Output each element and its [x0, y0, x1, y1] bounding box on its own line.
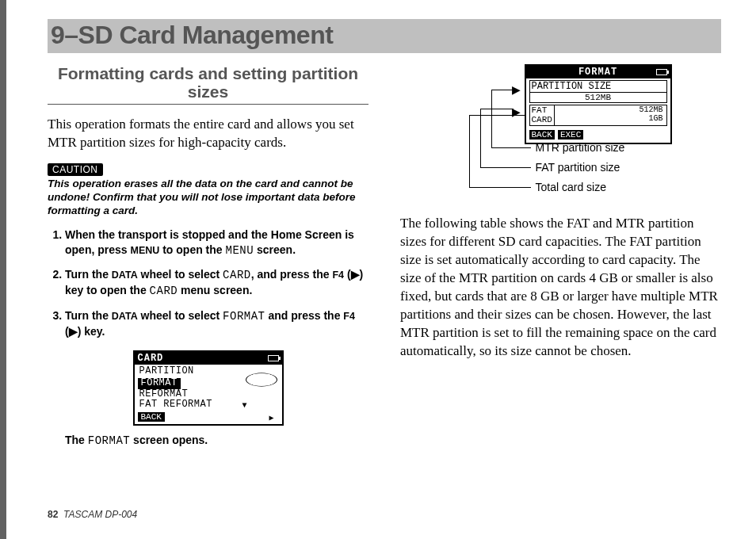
format-screen-diagram: FORMAT PARTITION SIZE 512MB FAT CARD 5	[400, 64, 721, 199]
intro-paragraph: This operation formats the entire card a…	[48, 116, 368, 152]
steps-list: When the transport is stopped and the Ho…	[48, 227, 368, 339]
callout-total: Total card size	[536, 181, 606, 193]
section-title: Formatting cards and setting partition s…	[48, 64, 368, 105]
step-result: The FORMAT screen opens.	[48, 434, 368, 447]
caution-text: This operation erases all the data on th…	[48, 178, 368, 218]
step-2: Turn the DATA wheel to select CARD, and …	[65, 267, 368, 299]
disc-icon	[246, 373, 277, 386]
lcd-format-screenshot: FORMAT PARTITION SIZE 512MB FAT CARD 5	[525, 64, 672, 144]
callout-mtr: MTR partition size	[536, 141, 625, 154]
chapter-header: 9–SD Card Management	[48, 19, 721, 53]
left-column: Formatting cards and setting partition s…	[48, 64, 368, 447]
chapter-title: 9–SD Card Management	[48, 21, 721, 50]
battery-icon	[656, 69, 667, 75]
callout-fat: FAT partition size	[536, 161, 620, 174]
product-name: TASCAM DP-004	[63, 509, 137, 520]
page-footer: 82 TASCAM DP-004	[48, 509, 137, 520]
lcd-card-screenshot: CARD PARTITION FORMAT REFORMAT FAT REFOR…	[48, 350, 368, 426]
step-3: Turn the DATA wheel to select FORMAT and…	[65, 308, 368, 339]
battery-icon	[268, 355, 279, 361]
caution-badge: CAUTION	[48, 163, 103, 176]
arrow-icon: ▶	[512, 105, 521, 118]
play-icon: ▶	[269, 413, 273, 422]
page-number: 82	[48, 509, 58, 520]
right-column: FORMAT PARTITION SIZE 512MB FAT CARD 5	[400, 64, 721, 447]
step-1: When the transport is stopped and the Ho…	[65, 227, 368, 258]
explanation-paragraph: The following table shows the FAT and MT…	[400, 215, 721, 361]
scroll-down-icon: ▼	[242, 401, 246, 410]
